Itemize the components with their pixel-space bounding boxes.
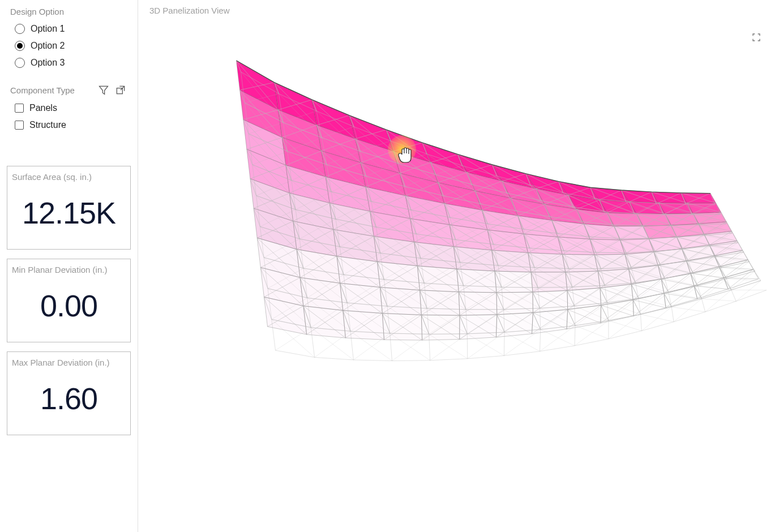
svg-line-1231 <box>640 314 641 331</box>
component-type-title: Component Type <box>10 85 93 95</box>
popout-icon[interactable] <box>114 83 127 97</box>
checkbox-label: Panels <box>29 103 57 113</box>
svg-line-1230 <box>641 322 674 331</box>
svg-line-1214 <box>575 325 609 338</box>
svg-line-1241 <box>671 307 705 312</box>
svg-line-1149 <box>315 357 354 360</box>
svg-line-1185 <box>468 355 504 358</box>
radio-label: Option 3 <box>31 58 65 68</box>
panelization-mesh <box>147 15 770 479</box>
radio-icon <box>15 41 25 51</box>
design-option-title: Design Option <box>10 7 135 16</box>
view-title: 3D Panelization View <box>149 6 770 15</box>
svg-line-1205 <box>541 329 575 346</box>
sidebar: Design Option Option 1 Option 2 Option 3… <box>0 0 138 532</box>
checkbox-icon <box>15 121 24 130</box>
svg-line-1212 <box>575 339 609 346</box>
filter-icon[interactable] <box>97 83 110 97</box>
checkbox-icon <box>15 104 24 113</box>
svg-line-1221 <box>609 331 641 339</box>
radio-option-3[interactable]: Option 3 <box>15 56 135 70</box>
svg-line-1140 <box>276 350 315 357</box>
metric-max-deviation: Max Planar Deviation (in.) 1.60 <box>7 351 131 435</box>
svg-line-1167 <box>392 361 430 361</box>
svg-line-1249 <box>701 299 705 312</box>
svg-line-1203 <box>540 346 575 351</box>
radio-option-1[interactable]: Option 1 <box>15 22 135 36</box>
svg-line-1232 <box>640 314 674 321</box>
checkbox-panels[interactable]: Panels <box>15 101 135 115</box>
svg-line-1250 <box>701 299 736 301</box>
3d-viewport[interactable] <box>147 15 770 527</box>
radio-label: Option 1 <box>31 24 65 34</box>
metric-min-deviation: Min Planar Deviation (in.) 0.00 <box>7 259 131 342</box>
component-type-group: Panels Structure <box>15 101 135 135</box>
checkbox-structure[interactable]: Structure <box>15 118 135 132</box>
metric-label: Surface Area (sq. in.) <box>12 172 126 182</box>
design-option-group: Option 1 Option 2 Option 3 <box>15 22 135 73</box>
metric-label: Min Planar Deviation (in.) <box>12 265 126 274</box>
radio-icon <box>15 24 25 34</box>
component-type-header: Component Type <box>10 83 127 97</box>
svg-line-1258 <box>731 290 736 301</box>
svg-line-1158 <box>353 360 392 361</box>
metric-value: 0.00 <box>12 274 126 342</box>
metric-surface-area: Surface Area (sq. in.) 12.15K <box>7 166 131 250</box>
svg-line-1213 <box>575 325 575 346</box>
checkbox-label: Structure <box>29 120 66 130</box>
radio-icon <box>15 58 25 68</box>
svg-line-1196 <box>504 332 540 351</box>
svg-line-1257 <box>736 290 767 302</box>
radio-label: Option 2 <box>31 41 65 51</box>
metric-label: Max Planar Deviation (in.) <box>12 358 126 367</box>
metric-value: 1.60 <box>12 367 126 435</box>
svg-line-1223 <box>609 320 641 331</box>
svg-line-1239 <box>674 312 705 322</box>
svg-line-1176 <box>430 359 468 361</box>
radio-option-2[interactable]: Option 2 <box>15 39 135 53</box>
svg-line-1240 <box>671 307 674 321</box>
svg-line-1248 <box>705 301 736 312</box>
metric-value: 12.15K <box>12 182 126 249</box>
main-panel: 3D Panelization View <box>138 0 779 532</box>
